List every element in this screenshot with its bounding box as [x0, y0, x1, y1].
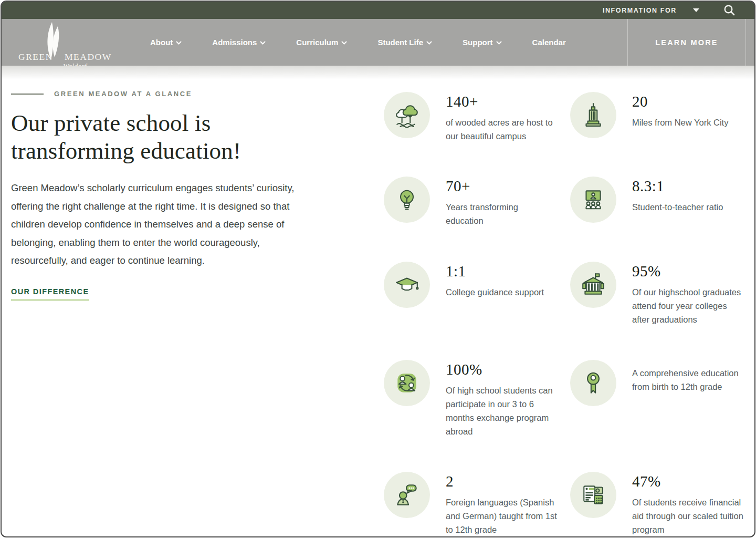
stat-miles-from-nyc: 20 Miles from New York City	[570, 92, 749, 138]
nav-item-about[interactable]: About	[150, 38, 182, 47]
nav-label: Curriculum	[296, 38, 338, 47]
search-button[interactable]	[723, 4, 736, 16]
nav-label: Admissions	[212, 38, 257, 47]
intro-paragraph: Green Meadow’s scholarly curriculum enga…	[11, 179, 308, 270]
trees-icon	[384, 92, 430, 138]
logo-word-meadow: MEADOW	[65, 51, 112, 63]
stat-value: 2	[446, 473, 558, 490]
chevron-down-icon	[426, 41, 432, 45]
chevron-down-icon	[341, 41, 347, 45]
skyscraper-icon	[570, 92, 616, 138]
stat-college-attendance: 95% Of our highschool graduates attend f…	[570, 262, 749, 326]
stat-value: 100%	[446, 361, 558, 378]
stat-value: 1:1	[446, 263, 558, 280]
stat-college-guidance: 1:1 College guidance support	[384, 262, 570, 308]
caret-down-icon[interactable]	[693, 8, 699, 12]
nav-item-calendar[interactable]: Calendar	[532, 38, 566, 47]
stat-financial-aid: 47% Of students receive financial aid th…	[570, 472, 749, 536]
stat-value: 20	[632, 93, 744, 110]
browser-page: INFORMATION FOR GREEN MEADOW Waldorf Sch…	[1, 1, 755, 537]
page-title: Our private school is transforming educa…	[11, 109, 308, 165]
stat-label: Student-to-teacher ratio	[632, 200, 744, 214]
graduation-cap-icon	[384, 262, 430, 308]
nav-label: Calendar	[532, 38, 566, 47]
stat-value: 140+	[446, 93, 558, 110]
chevron-down-icon	[176, 41, 182, 45]
logo-word-green: GREEN	[18, 51, 53, 63]
stat-label: of wooded acres are host to our beautifu…	[446, 116, 558, 143]
stat-years-transforming: 70+ Years transforming education	[384, 177, 570, 227]
intro-section: GREEN MEADOW AT A GLANCE Our private sch…	[11, 90, 308, 301]
stat-value: 8.3:1	[632, 178, 744, 195]
eyebrow: GREEN MEADOW AT A GLANCE	[11, 90, 308, 98]
our-difference-link[interactable]: OUR DIFFERENCE	[11, 287, 89, 301]
nav-item-curriculum[interactable]: Curriculum	[296, 38, 347, 47]
nav-label: Support	[463, 38, 493, 47]
chevron-down-icon	[496, 41, 502, 45]
stat-value: 70+	[446, 178, 558, 195]
financial-aid-icon	[570, 472, 616, 518]
award-ribbon-icon	[570, 360, 616, 406]
logo-subtitle: Waldorf School	[63, 62, 104, 79]
eyebrow-line	[11, 94, 44, 95]
stat-foreign-languages: 2 Foreign languages (Spanish and German)…	[384, 472, 570, 536]
school-logo[interactable]: GREEN MEADOW Waldorf School	[10, 19, 104, 66]
search-icon	[723, 4, 736, 16]
stat-label: Foreign languages (Spanish and German) t…	[446, 495, 558, 536]
main-navigation: GREEN MEADOW Waldorf School About Admiss…	[2, 19, 754, 66]
stat-label: A comprehensive education from birth to …	[632, 366, 744, 394]
stat-label: Of high school students can participate …	[446, 384, 558, 438]
classroom-icon	[570, 177, 616, 223]
nav-label: Student Life	[377, 38, 423, 47]
stats-grid: 140+ of wooded acres are host to our bea…	[384, 92, 749, 536]
stat-student-teacher-ratio: 8.3:1 Student-to-teacher ratio	[570, 177, 749, 223]
stat-comprehensive-education: A comprehensive education from birth to …	[570, 360, 749, 406]
stat-wooded-acres: 140+ of wooded acres are host to our bea…	[384, 92, 570, 143]
nav-menu: About Admissions Curriculum Student Life…	[150, 19, 566, 66]
stat-label: Years transforming education	[446, 200, 558, 227]
foreign-language-icon	[384, 472, 430, 518]
stat-value: 95%	[632, 263, 744, 280]
nav-item-student-life[interactable]: Student Life	[377, 38, 432, 47]
college-building-icon	[570, 262, 616, 308]
utility-topbar: INFORMATION FOR	[2, 2, 754, 19]
lightbulb-icon	[384, 177, 430, 223]
exchange-students-icon	[384, 360, 430, 406]
stat-label: Of our highschool graduates attend four …	[632, 285, 744, 326]
eyebrow-label: GREEN MEADOW AT A GLANCE	[54, 90, 192, 98]
nav-label: About	[150, 38, 173, 47]
stat-exchange-program: 100% Of high school students can partici…	[384, 360, 570, 438]
nav-item-support[interactable]: Support	[463, 38, 502, 47]
stat-label: Miles from New York City	[632, 116, 744, 129]
nav-item-admissions[interactable]: Admissions	[212, 38, 266, 47]
stat-label: College guidance support	[446, 285, 558, 299]
information-for-menu[interactable]: INFORMATION FOR	[603, 7, 677, 14]
learn-more-button[interactable]: LEARN MORE	[627, 19, 746, 66]
stat-value: 47%	[632, 473, 744, 490]
stat-label: Of students receive financial aid throug…	[632, 495, 744, 536]
chevron-down-icon	[260, 41, 266, 45]
